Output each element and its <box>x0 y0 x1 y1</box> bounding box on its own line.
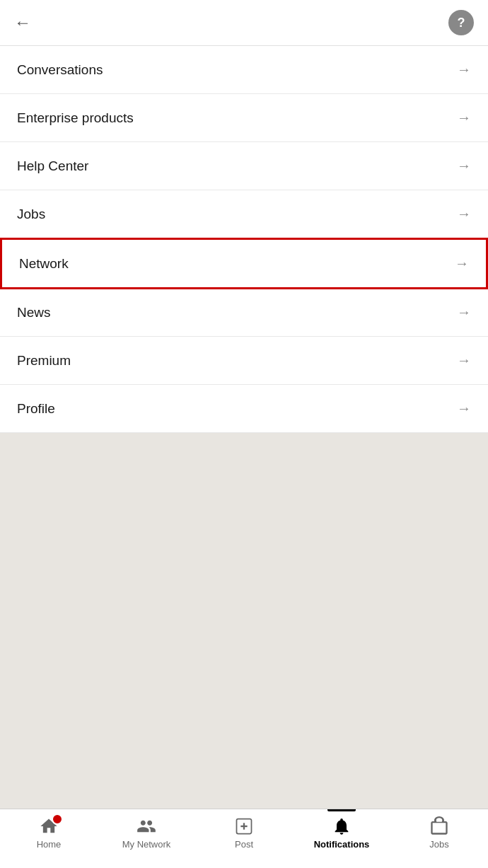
menu-arrow-icon: → <box>457 352 471 369</box>
menu-item-label: News <box>17 305 51 320</box>
app-header: ← ? <box>0 0 488 46</box>
active-bar <box>327 809 356 811</box>
nav-icon-wrap <box>234 816 254 836</box>
nav-item-notifications[interactable]: Notifications <box>313 816 370 850</box>
bottom-navigation: Home My Network Post <box>0 809 488 868</box>
menu-item-label: Network <box>19 256 69 272</box>
menu-arrow-icon: → <box>457 304 471 320</box>
nav-icon-wrap <box>332 816 352 836</box>
nav-label: Jobs <box>429 839 448 850</box>
menu-item-help-center[interactable]: Help Center → <box>0 142 488 190</box>
menu-item-label: Enterprise products <box>17 110 134 126</box>
menu-arrow-icon: → <box>457 62 471 78</box>
nav-label: Post <box>235 839 253 850</box>
menu-item-jobs[interactable]: Jobs → <box>0 190 488 238</box>
nav-item-post[interactable]: Post <box>216 816 272 850</box>
menu-item-label: Help Center <box>17 158 88 174</box>
menu-item-label: Conversations <box>17 62 103 78</box>
content-wrapper: Conversations → Enterprise products → He… <box>0 46 488 855</box>
help-button[interactable]: ? <box>448 10 474 35</box>
menu-arrow-icon: → <box>457 400 471 417</box>
menu-arrow-icon: → <box>457 110 471 126</box>
menu-item-label: Jobs <box>17 207 45 222</box>
menu-item-network[interactable]: Network → <box>0 238 488 289</box>
menu-item-news[interactable]: News → <box>0 289 488 337</box>
nav-item-home[interactable]: Home <box>21 816 77 850</box>
menu-arrow-icon: → <box>455 255 469 272</box>
menu-item-premium[interactable]: Premium → <box>0 337 488 385</box>
nav-icon-wrap <box>429 816 449 836</box>
nav-label: Notifications <box>314 839 370 850</box>
notifications-icon <box>332 816 352 836</box>
menu-arrow-icon: → <box>457 158 471 174</box>
back-button[interactable]: ← <box>14 13 42 33</box>
settings-menu-list: Conversations → Enterprise products → He… <box>0 46 488 433</box>
nav-icon-wrap <box>136 816 156 836</box>
menu-item-label: Premium <box>17 353 71 369</box>
jobs-icon <box>429 816 449 836</box>
my-network-icon <box>136 816 156 836</box>
menu-item-enterprise-products[interactable]: Enterprise products → <box>0 94 488 142</box>
nav-item-jobs[interactable]: Jobs <box>411 816 467 850</box>
post-icon <box>234 816 254 836</box>
menu-item-conversations[interactable]: Conversations → <box>0 46 488 94</box>
menu-item-profile[interactable]: Profile → <box>0 385 488 433</box>
nav-label: My Network <box>122 839 171 850</box>
menu-item-label: Profile <box>17 401 55 417</box>
gray-area <box>0 433 488 855</box>
nav-label: Home <box>37 839 62 850</box>
notification-dot <box>52 814 63 825</box>
nav-icon-wrap <box>39 816 59 836</box>
menu-arrow-icon: → <box>457 206 471 222</box>
nav-item-my-network[interactable]: My Network <box>118 816 175 850</box>
